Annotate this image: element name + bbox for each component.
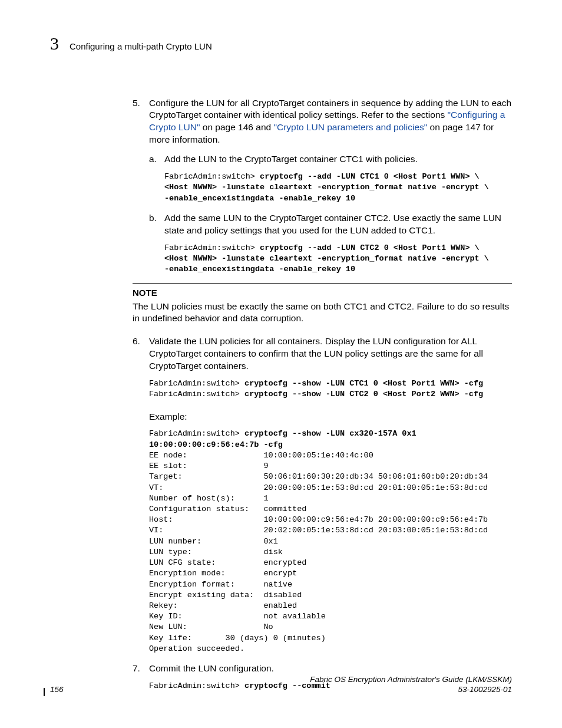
chapter-number: 3 — [50, 32, 59, 56]
step-list: 5. Configure the LUN for all CryptoTarge… — [133, 97, 512, 275]
step-list-cont: 6. Validate the LUN policies for all con… — [133, 335, 512, 400]
doc-title: Fabric OS Encryption Administrator's Gui… — [310, 675, 512, 684]
running-head: Configuring a multi-path Crypto LUN — [70, 41, 212, 52]
page-header: 3 Configuring a multi-path Crypto LUN — [50, 32, 512, 56]
code-block-6: FabricAdmin:switch> cryptocfg --show -LU… — [149, 378, 512, 400]
link-crypto-lun-params[interactable]: "Crypto LUN parameters and policies" — [273, 122, 427, 132]
prompt: FabricAdmin:switch> — [164, 172, 260, 181]
substep-number: b. — [149, 212, 157, 225]
step-number: 6. — [133, 335, 140, 348]
command: cryptocfg --show -LUN CTC2 0 <Host Port2… — [244, 390, 483, 398]
step-5a-text: Add the LUN to the CryptoTarget containe… — [164, 154, 418, 164]
step-5-text: Configure the LUN for all CryptoTarget c… — [149, 98, 511, 145]
doc-number: 53-1002925-01 — [458, 685, 512, 694]
substep-list: a. Add the LUN to the CryptoTarget conta… — [149, 153, 512, 275]
step-5b: b. Add the same LUN to the CryptoTarget … — [149, 212, 512, 275]
change-bar — [44, 688, 45, 696]
note-rule — [133, 283, 512, 284]
example-label: Example: — [149, 411, 512, 423]
prompt: FabricAdmin:switch> — [149, 379, 244, 388]
page: 3 Configuring a multi-path Crypto LUN 5.… — [0, 0, 562, 728]
step-6: 6. Validate the LUN policies for all con… — [133, 335, 512, 400]
output: EE node: 10:00:00:05:1e:40:4c:00 EE slot… — [149, 451, 488, 653]
code-block-5b: FabricAdmin:switch> cryptocfg --add -LUN… — [164, 243, 512, 275]
prompt: FabricAdmin:switch> — [149, 429, 244, 438]
substep-number: a. — [149, 153, 157, 166]
step-5b-text: Add the same LUN to the CryptoTarget con… — [164, 213, 501, 235]
text: on page 146 and — [200, 122, 273, 132]
step-5a: a. Add the LUN to the CryptoTarget conta… — [149, 153, 512, 204]
step-number: 5. — [133, 97, 140, 110]
step-6-text: Validate the LUN policies for all contai… — [149, 336, 483, 371]
prompt: FabricAdmin:switch> — [164, 243, 260, 252]
page-footer: 156 Fabric OS Encryption Administrator's… — [50, 675, 512, 695]
footer-right: Fabric OS Encryption Administrator's Gui… — [310, 675, 512, 695]
code-block-5a: FabricAdmin:switch> cryptocfg --add -LUN… — [164, 172, 512, 204]
step-7-text: Commit the LUN configuration. — [149, 663, 274, 673]
prompt: FabricAdmin:switch> — [149, 390, 244, 398]
example-output: FabricAdmin:switch> cryptocfg --show -LU… — [149, 429, 512, 654]
note-body: The LUN policies must be exactly the sam… — [133, 301, 512, 325]
body-content: 5. Configure the LUN for all CryptoTarge… — [133, 97, 512, 692]
page-number: 156 — [50, 684, 64, 695]
note-heading: NOTE — [133, 287, 512, 299]
step-5: 5. Configure the LUN for all CryptoTarge… — [133, 97, 512, 275]
command: cryptocfg --show -LUN CTC1 0 <Host Port1… — [244, 379, 483, 388]
step-number: 7. — [133, 663, 140, 675]
